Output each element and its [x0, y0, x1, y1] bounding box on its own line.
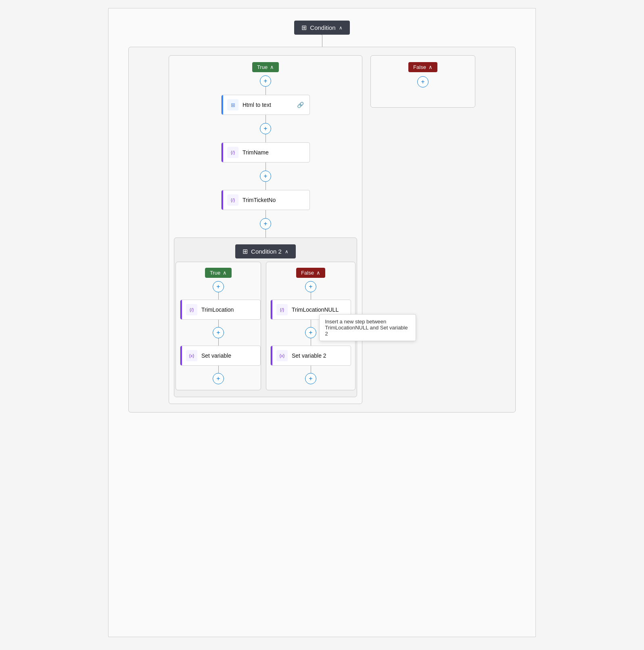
set-variable-2-node[interactable]: {x} Set variable 2 [270, 346, 351, 366]
inner-conn1 [218, 292, 219, 300]
inner-false-conn1 [311, 292, 311, 300]
trim-ticket-icon: {/} [231, 198, 235, 202]
trim-location-node[interactable]: {/} TrimLocation [180, 300, 261, 320]
true-branch-col: True ∧ + ⊞ [169, 55, 362, 404]
condition-node[interactable]: ⊞ Condition ∧ [294, 21, 349, 35]
workflow-canvas: ⊞ Condition ∧ True [108, 8, 536, 637]
inner-false-col: False ∧ + [266, 262, 355, 390]
add-false-btn[interactable]: + [417, 76, 429, 88]
top-connector [322, 35, 322, 47]
set-var2-wrapper: {x} Set variable 2 [270, 346, 351, 366]
set-variable-node[interactable]: {x} Set variable [180, 346, 261, 366]
inner-false-box: False ∧ + [266, 262, 355, 390]
add-after-setvar-btn[interactable]: + [213, 373, 224, 384]
html-to-text-wrapper: ⊞ Html to text 🔗 [221, 95, 310, 115]
conn7 [266, 229, 266, 237]
true-branch-header[interactable]: True ∧ [252, 62, 279, 72]
trim-loc-null-icon: {/} [280, 307, 284, 312]
condition2-area: ⊞ Condition 2 ∧ [174, 237, 357, 397]
inner-false-label: False [301, 270, 314, 276]
add-after-trimticket-btn[interactable]: + [260, 218, 271, 229]
html-icon-box: ⊞ [227, 99, 238, 110]
set-var2-bar [271, 346, 272, 365]
html-bar [222, 95, 223, 115]
outer-branches-row: True ∧ + ⊞ [135, 55, 509, 404]
trim-name-wrapper: {/} TrimName [221, 142, 310, 162]
add-inner-true-btn[interactable]: + [213, 281, 224, 292]
inner-true-col: True ∧ + [176, 262, 261, 390]
true-chevron: ∧ [270, 64, 274, 70]
inner-false-conn3 [311, 338, 311, 346]
inner-false-header[interactable]: False ∧ [296, 268, 325, 278]
trim-ticket-bar [222, 190, 223, 210]
add-after-true-btn[interactable]: + [260, 75, 271, 87]
inner-false-chevron: ∧ [316, 270, 320, 276]
condition-section: ⊞ Condition ∧ True [117, 21, 527, 412]
condition2-node[interactable]: ⊞ Condition 2 ∧ [235, 244, 296, 258]
trim-ticket-icon-box: {/} [227, 194, 238, 206]
conn2 [266, 115, 266, 123]
condition-header-center: ⊞ Condition ∧ [294, 21, 349, 35]
trim-loc-null-icon-box: {/} [276, 304, 288, 315]
trim-ticket-node[interactable]: {/} TrimTicketNo [221, 190, 310, 210]
add-between-btn[interactable]: + [305, 327, 316, 338]
false-header-center: False ∧ [376, 62, 470, 72]
trim-name-label: TrimName [243, 149, 269, 156]
false-label: False [413, 64, 426, 70]
set-var2-label: Set variable 2 [292, 352, 326, 359]
inner-branches: True ∧ + [178, 262, 353, 390]
condition2-header-center: ⊞ Condition 2 ∧ [178, 244, 353, 258]
add-after-trimloc-btn[interactable]: + [213, 327, 224, 338]
conn3 [266, 134, 266, 142]
trim-loc-bar [180, 300, 182, 319]
html-label: Html to text [243, 102, 271, 108]
insert-step-tooltip: Insert a new step between TrimLocationNU… [319, 314, 416, 341]
set-var-bar [180, 346, 182, 365]
tooltip-text: Insert a new step between TrimLocationNU… [325, 319, 408, 337]
set-var-icon: {x} [189, 353, 194, 358]
condition-grid-icon: ⊞ [301, 24, 307, 31]
trim-location-wrapper: {/} TrimLocation [180, 300, 257, 320]
inner-true-box: True ∧ + [176, 262, 261, 390]
link-icon: 🔗 [297, 102, 304, 108]
add-after-trimname-btn[interactable]: + [260, 171, 271, 182]
trim-name-node[interactable]: {/} TrimName [221, 142, 310, 162]
inner-true-chevron: ∧ [223, 270, 227, 276]
false-branch-outer: False ∧ + [370, 55, 475, 108]
inner-conn4 [218, 366, 219, 373]
add-inner-false-btn[interactable]: + [305, 281, 316, 292]
html-icon: ⊞ [231, 102, 235, 108]
conn6 [266, 210, 266, 218]
html-to-text-node[interactable]: ⊞ Html to text 🔗 [221, 95, 310, 115]
trim-name-icon: {/} [231, 150, 235, 155]
inner-false-conn2: Insert a new step between TrimLocationNU… [311, 320, 311, 327]
true-branch-outer: True ∧ + ⊞ [169, 55, 362, 404]
set-var-wrapper: {x} Set variable [180, 346, 257, 366]
inner-conn2 [218, 320, 219, 327]
condition-chevron-icon: ∧ [339, 25, 343, 31]
set-var2-icon-box: {x} [276, 350, 288, 361]
add-after-html-btn[interactable]: + [260, 123, 271, 134]
true-label: True [257, 64, 268, 70]
false-branch-col: False ∧ + [370, 55, 475, 108]
condition2-grid-icon: ⊞ [243, 248, 248, 255]
inner-false-conn4 [311, 366, 311, 373]
false-branch-header[interactable]: False ∧ [408, 62, 437, 72]
outer-condition-area: True ∧ + ⊞ [128, 47, 516, 412]
condition2-label: Condition 2 [251, 248, 282, 255]
set-var2-icon: {x} [280, 353, 285, 358]
trim-loc-icon: {/} [190, 307, 194, 312]
trim-name-bar [222, 143, 223, 162]
inner-true-header[interactable]: True ∧ [205, 268, 232, 278]
true-header-center: True ∧ [174, 62, 357, 72]
trim-loc-null-label: TrimLocationNULL [292, 306, 339, 313]
trim-ticket-label: TrimTicketNo [243, 197, 276, 203]
set-var-icon-box: {x} [186, 350, 197, 361]
set-var-label: Set variable [201, 352, 231, 359]
add-after-setvar2-btn[interactable]: + [305, 373, 316, 384]
conn1 [266, 87, 266, 95]
trim-loc-icon-box: {/} [186, 304, 197, 315]
trim-ticket-wrapper: {/} TrimTicketNo [221, 190, 310, 210]
false-chevron: ∧ [429, 64, 433, 70]
inner-true-label: True [210, 270, 220, 276]
